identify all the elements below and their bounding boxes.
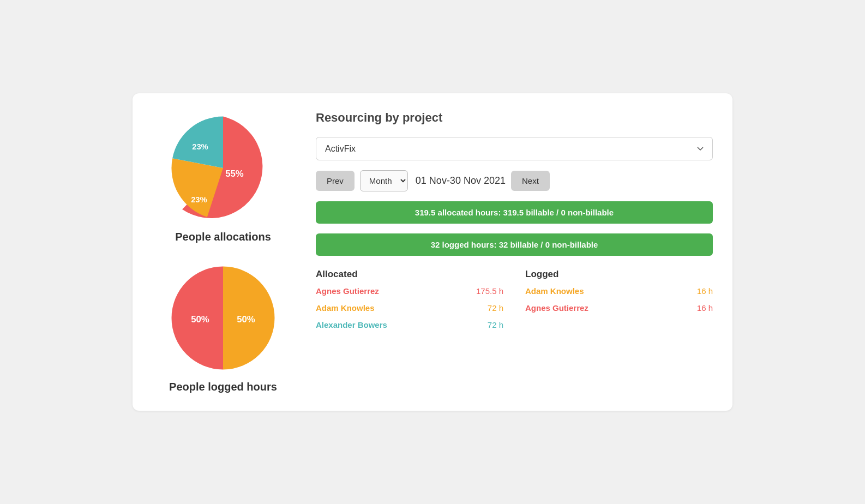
list-item: Alexander Bowers 72 h (316, 320, 503, 329)
logged-slice-orange-label: 50% (237, 314, 255, 325)
period-select[interactable]: Month Week Day (360, 170, 408, 191)
project-dropdown[interactable]: ActivFix (316, 137, 713, 160)
logged-header: Logged (525, 269, 713, 280)
allocated-person-1-name: Agnes Gutierrez (316, 286, 379, 296)
allocated-person-3-name: Alexander Bowers (316, 320, 387, 329)
allocated-person-2-name: Adam Knowles (316, 303, 375, 313)
right-panel: Resourcing by project ActivFix Prev Mont… (316, 111, 713, 393)
logged-chart-section: 50% 50% People logged hours (166, 261, 280, 393)
list-item: Agnes Gutierrez 175.5 h (316, 286, 503, 296)
list-item: Adam Knowles 16 h (525, 286, 713, 296)
allocated-header: Allocated (316, 269, 503, 280)
left-panel: 55% 23% 23% People allocations 50% 50% P… (152, 111, 294, 393)
allocated-column: Allocated Agnes Gutierrez 175.5 h Adam K… (316, 269, 503, 337)
list-item: Agnes Gutierrez 16 h (525, 303, 713, 313)
next-button[interactable]: Next (511, 171, 550, 191)
allocations-pie: 55% 23% 23% (166, 111, 280, 225)
logged-person-1-hours: 16 h (697, 286, 713, 296)
logged-column: Logged Adam Knowles 16 h Agnes Gutierrez… (525, 269, 713, 337)
logged-person-2-hours: 16 h (697, 303, 713, 313)
slice-teal-label: 23% (192, 142, 208, 151)
date-range: 01 Nov-30 Nov 2021 (416, 175, 506, 187)
allocated-person-3-hours: 72 h (488, 320, 503, 329)
logged-person-2-name: Agnes Gutierrez (525, 303, 588, 313)
logged-pie: 50% 50% (166, 261, 280, 375)
logged-slice-red-label: 50% (191, 314, 209, 325)
slice-orange-label: 23% (191, 195, 207, 204)
slice-red-label: 55% (225, 169, 244, 179)
allocated-person-2-hours: 72 h (488, 303, 503, 313)
allocations-chart-section: 55% 23% 23% People allocations (166, 111, 280, 243)
logged-chart-label: People logged hours (169, 381, 277, 393)
navigation-row: Prev Month Week Day 01 Nov-30 Nov 2021 N… (316, 170, 713, 191)
prev-button[interactable]: Prev (316, 171, 355, 191)
allocations-table: Allocated Agnes Gutierrez 175.5 h Adam K… (316, 269, 713, 337)
main-card: 55% 23% 23% People allocations 50% 50% P… (133, 93, 732, 411)
page-title: Resourcing by project (316, 111, 713, 125)
allocations-chart-label: People allocations (175, 231, 271, 243)
list-item: Adam Knowles 72 h (316, 303, 503, 313)
logged-hours-bar: 32 logged hours: 32 billable / 0 non-bil… (316, 233, 713, 256)
allocated-hours-bar: 319.5 allocated hours: 319.5 billable / … (316, 201, 713, 224)
logged-person-1-name: Adam Knowles (525, 286, 584, 296)
allocated-person-1-hours: 175.5 h (476, 286, 503, 296)
